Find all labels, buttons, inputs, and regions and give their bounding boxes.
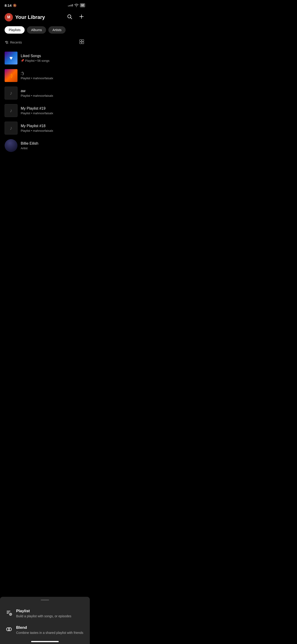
wifi-icon (74, 4, 78, 7)
svg-rect-5 (82, 40, 84, 42)
music-note-icon: ♪ (10, 108, 12, 114)
playlist18-info: My Playlist #18 Playlist • mahnoorfaisal… (21, 124, 85, 132)
smiley-icon: :) (10, 73, 12, 78)
page-title: Your Library (15, 14, 45, 20)
status-bar: 8:14 🔕 32 (0, 0, 90, 9)
svg-rect-6 (80, 42, 82, 44)
playlist19-name: My Playlist #19 (21, 106, 85, 110)
smiley-info: :') Playlist • mahnoorfaisalx (21, 72, 85, 80)
smiley-name: :') (21, 72, 85, 76)
svg-line-1 (71, 18, 72, 19)
billie-name: Billie Eilish (21, 142, 85, 146)
grid-icon (79, 39, 84, 44)
music-note-icon: ♪ (10, 125, 12, 131)
aw-info: aw Playlist • mahnoorfaisalx (21, 89, 85, 98)
svg-rect-4 (80, 40, 82, 42)
library-list: ♥ Liked Songs 📌 Playlist • 56 songs :) :… (0, 48, 90, 155)
list-item[interactable]: ♥ Liked Songs 📌 Playlist • 56 songs (0, 49, 90, 67)
sort-text: Recents (10, 40, 22, 44)
billie-thumb (4, 139, 18, 152)
header-left: M Your Library (4, 13, 45, 22)
list-item[interactable]: Billie Eilish Artist (0, 137, 90, 154)
sort-icon (4, 40, 9, 44)
svg-rect-7 (82, 42, 84, 44)
playlist18-meta: Playlist • mahnoorfaisalx (21, 129, 85, 132)
battery-indicator: 32 (80, 3, 85, 7)
playlist19-info: My Playlist #19 Playlist • mahnoorfaisal… (21, 106, 85, 115)
status-right: 32 (68, 3, 85, 7)
tab-albums[interactable]: Albums (27, 26, 46, 34)
tab-artists[interactable]: Artists (48, 26, 66, 34)
billie-info: Billie Eilish Artist (21, 142, 85, 150)
time: 8:14 (4, 4, 12, 7)
aw-name: aw (21, 89, 85, 93)
heart-icon: ♥ (10, 55, 13, 61)
playlist18-thumb: ♪ (4, 122, 18, 134)
list-item[interactable]: ♪ My Playlist #18 Playlist • mahnoorfais… (0, 119, 90, 137)
playlist18-name: My Playlist #18 (21, 124, 85, 128)
billie-meta: Artist (21, 146, 85, 150)
list-item[interactable]: ♪ My Playlist #19 Playlist • mahnoorfais… (0, 102, 90, 119)
aw-thumb: ♪ (4, 86, 18, 100)
playlist19-thumb: ♪ (4, 104, 18, 117)
signal-icon (68, 4, 73, 6)
list-item[interactable]: :) :') Playlist • mahnoorfaisalx (0, 67, 90, 84)
search-button[interactable] (66, 13, 73, 22)
tab-playlists[interactable]: Playlists (4, 26, 25, 34)
add-button[interactable] (78, 13, 85, 22)
status-left: 8:14 🔕 (4, 4, 16, 7)
liked-songs-info: Liked Songs 📌 Playlist • 56 songs (21, 54, 85, 62)
liked-songs-meta: 📌 Playlist • 56 songs (21, 59, 85, 62)
music-note-icon: ♪ (10, 90, 12, 96)
pin-icon: 📌 (21, 59, 24, 62)
sort-label[interactable]: Recents (4, 40, 22, 44)
list-item[interactable]: ♪ aw Playlist • mahnoorfaisalx (0, 84, 90, 102)
liked-songs-thumb: ♥ (4, 52, 18, 64)
filter-tabs: Playlists Albums Artists (0, 24, 90, 37)
liked-songs-name: Liked Songs (21, 54, 85, 58)
avatar[interactable]: M (4, 13, 13, 22)
sort-row: Recents (0, 37, 90, 48)
aw-meta: Playlist • mahnoorfaisalx (21, 94, 85, 98)
smiley-thumb: :) (4, 69, 18, 82)
grid-view-button[interactable] (78, 38, 85, 46)
header-actions (66, 13, 85, 22)
bell-icon: 🔕 (13, 4, 16, 7)
smiley-meta: Playlist • mahnoorfaisalx (21, 76, 85, 80)
header: M Your Library (0, 9, 90, 24)
playlist19-meta: Playlist • mahnoorfaisalx (21, 112, 85, 115)
